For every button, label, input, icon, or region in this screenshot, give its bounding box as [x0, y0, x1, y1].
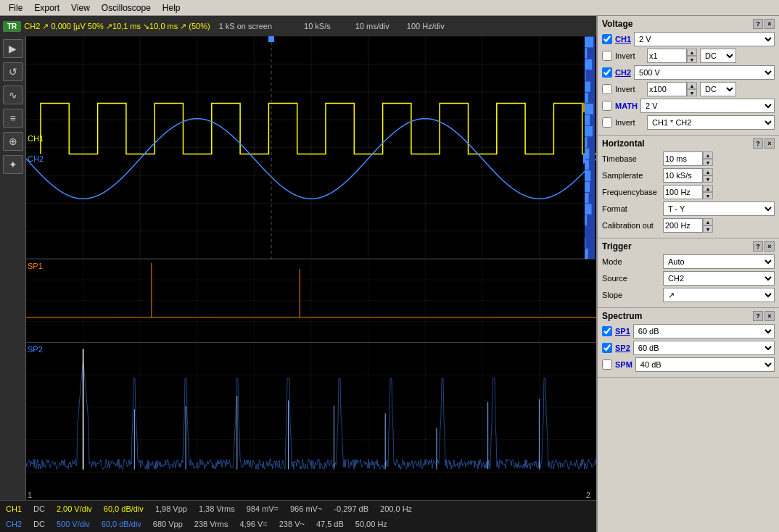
spm-select[interactable]: 40 dB 60 dB 80 dB [635, 357, 775, 372]
status-ch1-label: CH1 [6, 504, 22, 513]
status-ch1-vdiv: 2,00 V/div [57, 504, 92, 513]
ch2-gain-input[interactable] [647, 82, 687, 96]
zoom-button[interactable]: ⊕ [3, 132, 23, 151]
timebase-arrows: ▲ ▼ [703, 151, 713, 166]
tr-button[interactable]: TR [3, 21, 21, 32]
status-ch2-vdiv: 500 V/div [57, 520, 90, 528]
reset-button[interactable]: ↺ [3, 62, 23, 81]
ch2-gain-up[interactable]: ▲ [687, 82, 697, 89]
freq-div-info: 100 Hz/div [407, 22, 445, 30]
samplerate-up[interactable]: ▲ [703, 168, 713, 175]
spectrum-header-buttons: ? × [753, 311, 775, 321]
ch2-gain-down[interactable]: ▼ [687, 89, 697, 96]
sp1-checkbox[interactable] [602, 326, 612, 336]
ch2-row: CH2 500 V 100 V 200 V 1000 V [602, 65, 775, 80]
math-row: MATH 2 V 1 V 500 mV [602, 99, 775, 113]
status-ch2-dbdiv: 60,0 dB/div [102, 520, 141, 528]
voltage-close-button[interactable]: × [764, 19, 775, 29]
ch2-link[interactable]: CH2 [615, 68, 631, 77]
source-label: Source [602, 274, 660, 283]
menu-file[interactable]: File [3, 1, 28, 14]
samplerate-input[interactable] [663, 168, 703, 183]
samplerate-label: Samplerate [602, 171, 660, 180]
ch2-gain-arrows: ▲ ▼ [687, 82, 697, 96]
sp1-row: SP1 60 dB 40 dB 80 dB [602, 324, 775, 338]
trigger-minimize-button[interactable]: ? [753, 241, 763, 252]
sp2-link[interactable]: SP2 [615, 344, 630, 352]
ch1-checkbox[interactable] [602, 34, 612, 44]
sp1-link[interactable]: SP1 [615, 327, 630, 336]
math-link[interactable]: MATH [615, 101, 638, 110]
slope-label: Slope [602, 291, 660, 299]
spm-row: SPM 40 dB 60 dB 80 dB [602, 357, 775, 372]
status-ch2-db: 47,5 dB [316, 520, 344, 528]
menu-view[interactable]: View [65, 1, 96, 14]
settings-button[interactable]: ≡ [3, 109, 23, 128]
ch2-coupling-select[interactable]: DC AC GND [700, 82, 736, 96]
math-invert-checkbox[interactable] [602, 117, 612, 128]
horizontal-header-buttons: ? × [753, 138, 775, 149]
cursor-button[interactable]: ✦ [3, 155, 23, 174]
menu-oscilloscope[interactable]: Oscilloscope [96, 1, 157, 14]
sp2-select[interactable]: 60 dB 40 dB 80 dB [633, 341, 775, 355]
sp2-checkbox[interactable] [602, 343, 612, 353]
voltage-minimize-button[interactable]: ? [753, 19, 763, 29]
ch1-gain-input[interactable] [647, 49, 687, 63]
timebase-down[interactable]: ▼ [703, 159, 713, 166]
measure-button[interactable]: ∿ [3, 86, 23, 104]
spectrum-minimize-button[interactable]: ? [753, 311, 763, 321]
trigger-close-button[interactable]: × [764, 241, 775, 252]
calout-up[interactable]: ▲ [703, 218, 713, 225]
oscilloscope-canvas[interactable] [26, 36, 596, 500]
calout-row: Calibration out ▲ ▼ [602, 218, 775, 233]
ch2-voltage-select[interactable]: 500 V 100 V 200 V 1000 V [634, 65, 775, 80]
slope-select[interactable]: ↗ ↘ [663, 288, 775, 302]
ch2-checkbox[interactable] [602, 67, 612, 78]
voltage-title: Voltage [602, 19, 632, 29]
calout-input[interactable] [663, 218, 703, 233]
ch1-invert-row: Invert ▲ ▼ DC AC GND [602, 49, 775, 63]
ch2-invert-checkbox[interactable] [602, 84, 612, 94]
ch1-gain-down[interactable]: ▼ [687, 56, 697, 63]
timebase-input[interactable] [663, 151, 703, 166]
status-ch2-label: CH2 [6, 520, 22, 528]
freqbase-down[interactable]: ▼ [703, 192, 713, 199]
right-panel: Voltage ? × CH1 2 V 1 V 500 mV 5 V 10 V [596, 16, 779, 532]
math-formula-select[interactable]: CH1 * CH2 CH1 + CH2 CH1 - CH2 [647, 115, 775, 130]
play-button[interactable]: ▶ [3, 39, 23, 58]
timebase-label: Timebase [602, 154, 660, 163]
status-ch2-coupling: DC [33, 520, 45, 528]
spm-checkbox[interactable] [602, 359, 612, 370]
format-select[interactable]: T - Y X - Y [663, 201, 775, 216]
ch1-gain-up[interactable]: ▲ [687, 49, 697, 56]
menu-help[interactable]: Help [157, 1, 186, 14]
freqbase-up[interactable]: ▲ [703, 185, 713, 192]
freqbase-input[interactable] [663, 185, 703, 199]
calout-down[interactable]: ▼ [703, 225, 713, 233]
ch1-invert-checkbox[interactable] [602, 51, 612, 61]
samplerate-wrapper: ▲ ▼ [663, 168, 713, 183]
mode-select[interactable]: Auto Normal Single [663, 254, 775, 269]
ch1-coupling-select[interactable]: DC AC GND [700, 49, 736, 63]
samplerate-down[interactable]: ▼ [703, 175, 713, 183]
source-select[interactable]: CH2 CH1 EXT [663, 271, 775, 286]
horizontal-close-button[interactable]: × [764, 138, 775, 149]
ch1-voltage-select[interactable]: 2 V 1 V 500 mV 5 V 10 V [634, 32, 775, 46]
status-ch1-db: -0,297 dB [334, 504, 368, 513]
math-voltage-select[interactable]: 2 V 1 V 500 mV [640, 99, 775, 113]
sp1-select[interactable]: 60 dB 40 dB 80 dB [633, 324, 775, 338]
trigger-section: Trigger ? × Mode Auto Normal Single Sour… [598, 238, 779, 308]
trigger-header: Trigger ? × [602, 241, 775, 252]
samplerate-arrows: ▲ ▼ [703, 168, 713, 183]
spectrum-close-button[interactable]: × [764, 311, 775, 321]
samplerate-row: Samplerate ▲ ▼ [602, 168, 775, 183]
voltage-header: Voltage ? × [602, 19, 775, 29]
ch1-link[interactable]: CH1 [615, 35, 631, 43]
math-checkbox[interactable] [602, 101, 612, 111]
horizontal-minimize-button[interactable]: ? [753, 138, 763, 149]
mode-label: Mode [602, 257, 660, 266]
spm-link[interactable]: SPM [615, 360, 632, 369]
status-ch2-mv2: 238 V~ [279, 520, 305, 528]
timebase-up[interactable]: ▲ [703, 151, 713, 159]
menu-export[interactable]: Export [28, 1, 65, 14]
